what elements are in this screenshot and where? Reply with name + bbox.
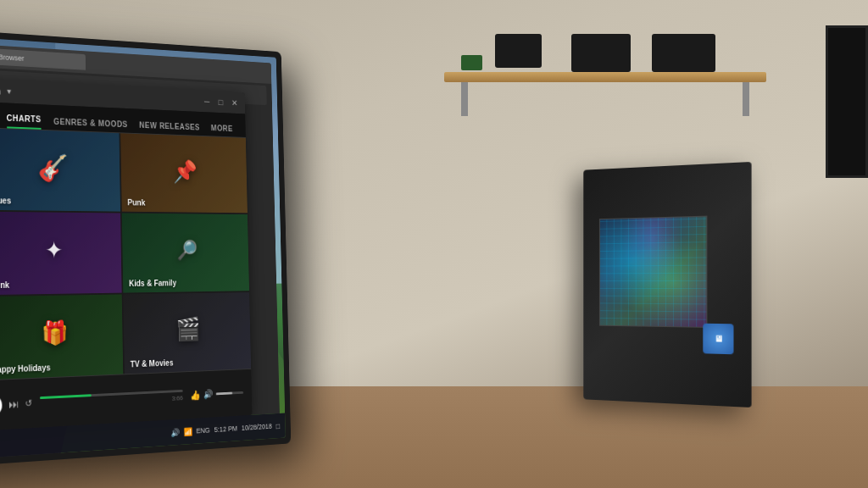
wall-frame: [826, 25, 868, 178]
progress-fill: [40, 394, 92, 399]
music-content: ≡ 📚 🎸 Blues: [0, 126, 251, 381]
pc-tower: 🖥: [583, 162, 751, 408]
music-app-window[interactable]: 👤 guygodin ▼ ─ □ ✕ PODCASTS CHARTS GENRE…: [0, 76, 252, 433]
dropdown-arrow[interactable]: ▼: [5, 87, 12, 96]
kids-icon: 🔎: [176, 240, 198, 262]
wall-shelf: [444, 72, 766, 82]
taskbar-volume-icon[interactable]: 🔊: [170, 428, 179, 437]
browser-tab[interactable]: Browser: [0, 48, 86, 69]
taskbar-notifications[interactable]: □: [275, 421, 280, 430]
nav-more[interactable]: MORE: [211, 124, 233, 136]
nav-new-releases[interactable]: NEW RELEASES: [139, 120, 200, 135]
genre-card-kids[interactable]: 🔎 Kids & Family: [122, 214, 249, 292]
taskbar-lang[interactable]: ENG: [196, 426, 209, 435]
funk-label: Funk: [0, 280, 9, 290]
monitor: Browser 🔒 👤 guygodin ▼ ─: [0, 28, 291, 469]
shelf-item-2: [571, 34, 631, 72]
player-controls: ⇄ ⏮ ⏸ ⏭ ↺: [0, 392, 32, 419]
window-controls: ─ □ ✕: [203, 97, 238, 108]
genre-card-holiday[interactable]: 🎁 Happy Holidays: [0, 294, 123, 380]
monitor-screen: Browser 🔒 👤 guygodin ▼ ─: [0, 35, 286, 461]
minimize-button[interactable]: ─: [203, 97, 211, 106]
funk-icon: ✦: [45, 237, 63, 264]
pc-logo: 🖥: [703, 324, 733, 355]
like-button[interactable]: 👍: [190, 389, 201, 401]
next-button[interactable]: ⏭: [8, 397, 19, 410]
genre-card-punk[interactable]: 📌 Punk: [120, 133, 248, 213]
maximize-button[interactable]: □: [216, 97, 225, 107]
genre-card-blues[interactable]: 🎸 Blues: [0, 128, 120, 212]
tvmovies-icon: 🎬: [175, 316, 201, 342]
pc-circuit: [600, 217, 707, 327]
play-pause-button[interactable]: ⏸: [0, 394, 3, 417]
close-button[interactable]: ✕: [230, 98, 238, 108]
username-label: guygodin: [0, 85, 1, 97]
volume-fill: [216, 392, 233, 396]
volume-icon: 🔊: [203, 389, 214, 400]
shelf-item-1: [495, 34, 542, 68]
player-volume: 👍 🔊: [190, 387, 243, 401]
repeat-button[interactable]: ↺: [25, 398, 33, 409]
pc-case-window: [599, 216, 707, 328]
taskbar-right: 🔊 📶 ENG 5:12 PM 10/28/2018 □: [170, 421, 280, 436]
taskbar-date: 10/28/2018: [242, 422, 272, 431]
monitor-frame: Browser 🔒 👤 guygodin ▼ ─: [0, 28, 291, 469]
punk-label: Punk: [127, 198, 145, 208]
kids-label: Kids & Family: [129, 279, 176, 288]
genre-grid: 🎸 Blues 📌 Punk ✦ F: [0, 128, 251, 380]
shelf-item-3: [652, 34, 715, 72]
volume-slider[interactable]: [216, 391, 244, 395]
taskbar-network-icon[interactable]: 📶: [183, 427, 192, 436]
tvmovies-label: TV & Movies: [131, 358, 174, 369]
shelf-item-small: [461, 55, 482, 70]
genre-card-tvmovies[interactable]: 🎬 TV & Movies: [123, 292, 251, 374]
blues-icon: 🎸: [37, 152, 69, 183]
genre-card-funk[interactable]: ✦ Funk: [0, 212, 122, 295]
player-progress: 3:66: [40, 390, 183, 409]
blues-label: Blues: [0, 197, 11, 206]
browser-tab-label: Browser: [0, 53, 24, 62]
taskbar-time: 5:12 PM: [214, 424, 238, 434]
punk-icon: 📌: [173, 158, 198, 185]
nav-charts[interactable]: CHARTS: [7, 114, 42, 130]
holiday-icon: 🎁: [42, 319, 69, 347]
user-info: 👤 guygodin ▼: [0, 81, 13, 99]
